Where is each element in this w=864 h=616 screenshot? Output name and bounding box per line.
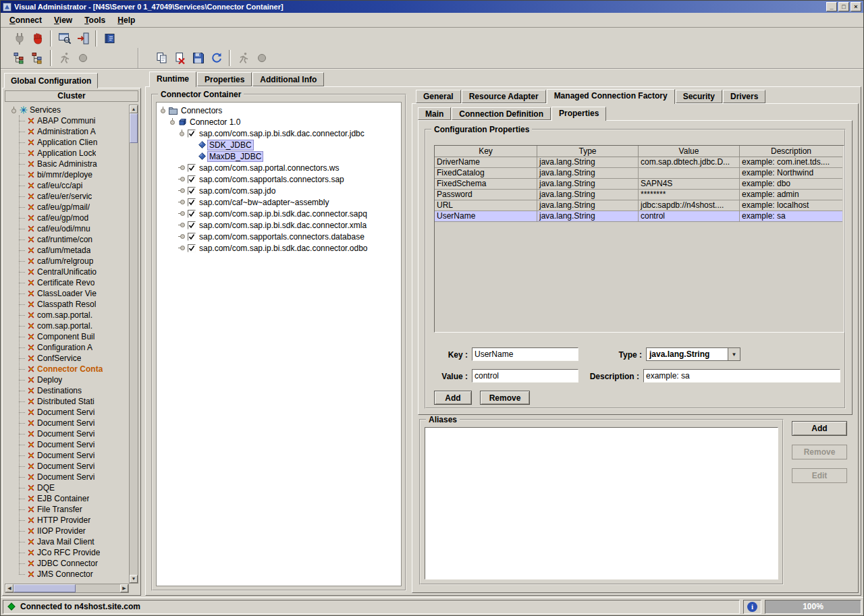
scroll-right-icon[interactable]: ▶ xyxy=(120,584,128,592)
cluster-tree-item[interactable]: JMS Connector xyxy=(5,569,129,580)
scroll-up-icon[interactable]: ▲ xyxy=(130,105,138,113)
aliases-list[interactable] xyxy=(425,427,778,580)
table-row[interactable]: URLjava.lang.Stringjdbc:sapdb://n4shost.… xyxy=(435,200,844,211)
connector-checkbox[interactable] xyxy=(188,175,196,184)
tree-collapse-icon[interactable] xyxy=(28,50,47,67)
remove-property-button[interactable]: Remove xyxy=(480,391,530,405)
cluster-tree-item[interactable]: caf/runtime/con xyxy=(5,234,129,245)
type-combobox[interactable]: java.lang.String ▼ xyxy=(646,347,740,361)
record-icon[interactable] xyxy=(252,50,271,67)
cluster-tree-item[interactable]: Classpath Resol xyxy=(5,299,129,310)
tab-properties[interactable]: Properties xyxy=(197,72,252,86)
scroll-left-icon[interactable]: ◀ xyxy=(5,584,14,592)
scrollbar-thumb[interactable] xyxy=(14,584,76,592)
connector-item[interactable]: sap.com/com.sapportals.connectors.databa… xyxy=(157,231,401,242)
connector-version-node[interactable]: Connector 1.0 xyxy=(157,116,401,128)
record-icon[interactable] xyxy=(74,50,92,67)
column-header-type[interactable]: Type xyxy=(537,146,639,157)
key-input[interactable] xyxy=(472,347,578,361)
table-row[interactable]: FixedCatalogjava.lang.Stringexample: Nor… xyxy=(435,168,844,179)
tab-resource-adapter[interactable]: Resource Adapter xyxy=(462,90,546,103)
cluster-tree-item[interactable]: com.sap.portal. xyxy=(5,310,129,320)
scroll-down-icon[interactable]: ▼ xyxy=(130,575,138,583)
tree-handle-icon[interactable] xyxy=(178,233,186,240)
connector-checkbox[interactable] xyxy=(188,130,196,138)
connector-checkbox[interactable] xyxy=(188,233,196,241)
info-icon[interactable]: i xyxy=(747,602,757,612)
maximize-button[interactable]: □ xyxy=(838,2,849,11)
login-icon[interactable] xyxy=(74,30,92,47)
table-row[interactable]: FixedSchemajava.lang.StringSAPN4Sexample… xyxy=(435,179,844,190)
cluster-tree-horizontal-scrollbar[interactable]: ◀ ▶ xyxy=(5,584,129,593)
menu-help[interactable]: Help xyxy=(111,13,141,27)
subtab-main[interactable]: Main xyxy=(418,107,451,120)
tree-handle-icon[interactable] xyxy=(169,118,176,125)
column-header-value[interactable]: Value xyxy=(639,146,740,157)
cluster-tree-item[interactable]: caf/eu/gp/mod xyxy=(5,213,129,223)
table-row[interactable]: UserNamejava.lang.Stringcontrolexample: … xyxy=(435,211,844,222)
cluster-tree-item[interactable]: caf/eu/odi/mnu xyxy=(5,223,129,234)
cluster-tree-item[interactable]: Basic Administra xyxy=(5,159,129,169)
cluster-tree-item[interactable]: File Transfer xyxy=(5,504,129,515)
description-input[interactable] xyxy=(643,369,840,383)
minimize-button[interactable]: _ xyxy=(826,2,837,11)
column-header-description[interactable]: Description xyxy=(740,146,842,157)
connector-item[interactable]: sap.com/com.sap.ip.bi.sdk.dac.connector.… xyxy=(157,128,401,139)
cluster-tree-item[interactable]: HTTP Provider xyxy=(5,515,129,526)
cluster-tree-item[interactable]: JDBC Connector xyxy=(5,558,129,569)
tab-security[interactable]: Security xyxy=(676,90,722,103)
cluster-tree-item[interactable]: Document Servi xyxy=(5,407,129,418)
menu-connect[interactable]: Connect xyxy=(3,13,48,27)
tree-expand-icon[interactable] xyxy=(10,50,28,67)
cluster-tree-item[interactable]: Configuration A xyxy=(5,342,129,353)
cluster-tree-item[interactable]: caf/eu/cc/api xyxy=(5,180,129,191)
connector-item[interactable]: sap.com/com.sap.ip.bi.sdk.dac.connector.… xyxy=(157,219,401,231)
refresh-icon[interactable] xyxy=(207,50,225,67)
tree-handle-icon[interactable] xyxy=(178,164,186,171)
cluster-tree-item[interactable]: Java Mail Client xyxy=(5,536,129,547)
tree-handle-icon[interactable] xyxy=(178,187,186,194)
cluster-tree-item[interactable]: Deploy xyxy=(5,374,129,385)
cluster-tree-item[interactable]: Document Servi xyxy=(5,472,129,482)
help-book-icon[interactable] xyxy=(101,30,119,47)
table-row[interactable]: DriverNamejava.lang.Stringcom.sap.dbtech… xyxy=(435,157,844,168)
chevron-down-icon[interactable]: ▼ xyxy=(728,348,740,360)
connector-checkbox[interactable] xyxy=(188,198,196,206)
inspect-icon[interactable] xyxy=(55,30,74,47)
connect-icon[interactable] xyxy=(10,30,28,47)
cluster-tree-item[interactable]: ConfService xyxy=(5,353,129,364)
tree-handle-icon[interactable] xyxy=(178,221,186,229)
connector-item[interactable]: sap.com/caf~bw~adapter~assembly xyxy=(157,196,401,208)
cluster-tree-root[interactable]: Services xyxy=(5,105,129,115)
cluster-tree-item[interactable]: Document Servi xyxy=(5,418,129,428)
tree-handle-icon[interactable] xyxy=(178,175,186,183)
add-alias-button[interactable]: Add xyxy=(792,421,847,436)
cluster-tree-item[interactable]: caf/um/relgroup xyxy=(5,256,129,267)
cluster-tree-item[interactable]: Component Buil xyxy=(5,331,129,342)
copy-icon[interactable] xyxy=(153,50,171,67)
connector-item[interactable]: sap.com/com.sap.jdo xyxy=(157,185,401,196)
cluster-tree-item[interactable]: JCo RFC Provide xyxy=(5,547,129,558)
connector-item[interactable]: sap.com/com.sap.ip.bi.sdk.dac.connector.… xyxy=(157,208,401,219)
tab-drivers[interactable]: Drivers xyxy=(723,90,765,103)
cluster-tree-item[interactable]: Distributed Stati xyxy=(5,396,129,407)
connector-item[interactable]: sap.com/com.sap.portal.connectors.ws xyxy=(157,162,401,173)
subtab-properties[interactable]: Properties xyxy=(551,107,606,121)
cluster-tree-item[interactable]: caf/um/metada xyxy=(5,245,129,256)
tab-global-configuration[interactable]: Global Configuration xyxy=(4,73,98,88)
runner-icon[interactable] xyxy=(55,50,74,67)
connector-item[interactable]: sap.com/com.sapportals.connectors.sap xyxy=(157,173,401,185)
cluster-tree-item[interactable]: Document Servi xyxy=(5,450,129,461)
tree-handle-icon[interactable] xyxy=(10,107,18,114)
stop-hand-icon[interactable] xyxy=(28,30,47,47)
connector-checkbox[interactable] xyxy=(188,210,196,218)
cluster-tree-item[interactable]: CentralUnificatio xyxy=(5,267,129,277)
save-icon[interactable] xyxy=(189,50,207,67)
connector-tree-root[interactable]: Connectors xyxy=(157,105,401,116)
connector-sub-item[interactable]: SDK_JDBC xyxy=(157,139,401,150)
cluster-tree-item[interactable]: ClassLoader Vie xyxy=(5,288,129,299)
tree-handle-icon[interactable] xyxy=(178,198,186,206)
value-input[interactable] xyxy=(472,369,578,383)
close-button[interactable]: × xyxy=(850,2,861,11)
cluster-tree-item[interactable]: Administration A xyxy=(5,126,129,137)
